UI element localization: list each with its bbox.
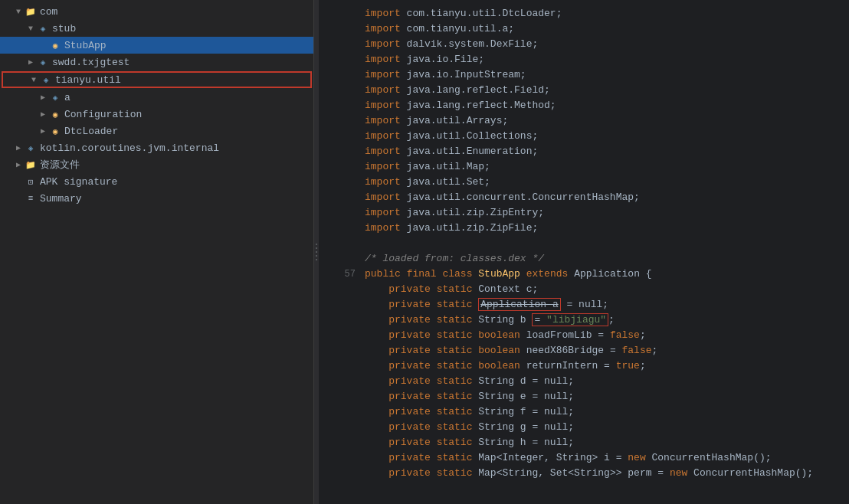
code-line-2: import com.tianyu.util.a; (319, 21, 849, 37)
summary-icon: ≡ (25, 192, 37, 205)
arrow-stub (25, 22, 37, 34)
code-line-str-e: private static String e = null; (319, 389, 849, 404)
class-icon-stubapp: ◉ (49, 39, 61, 51)
arrow-kotlin (12, 142, 25, 154)
code-line-7: import java.lang.reflect.Method; (319, 98, 849, 113)
line-content-1: import com.tianyu.util.DtcLoader; (365, 6, 843, 21)
code-content: import com.tianyu.util.DtcLoader; import… (319, 0, 849, 487)
label-stubapp: StubApp (64, 40, 107, 51)
apk-icon: ⊡ (25, 175, 37, 188)
line-content-57: public final class StubApp extends Appli… (365, 267, 843, 282)
code-line-bool3: private static boolean returnIntern = tr… (319, 358, 849, 374)
label-stub: stub (52, 23, 76, 34)
tree-item-apk-signature[interactable]: ⊡ APK signature (0, 173, 313, 190)
file-tree: 📁 com ◈ stub ◉ StubApp ◈ swdd.txjgtest ◈… (0, 0, 313, 504)
line-content-str-d: private static String d = null; (365, 374, 843, 389)
code-line-11: import java.util.Map; (319, 159, 849, 175)
arrow-tianyu (28, 74, 40, 86)
line-content-comment: /* loaded from: classes.dex */ (365, 251, 843, 267)
line-content-str-b: private static String b = "libjiagu"; (365, 313, 843, 328)
class-icon-configuration: ◉ (49, 108, 61, 120)
line-content-5: import java.io.InputStream; (365, 67, 843, 83)
line-content-str-e: private static String e = null; (365, 389, 843, 404)
code-line-14: import java.util.zip.ZipEntry; (319, 205, 849, 221)
package-icon-tianyu: ◈ (40, 74, 52, 86)
line-content-bool2: private static boolean needX86Bridge = f… (365, 343, 843, 358)
line-content-2: import com.tianyu.util.a; (365, 21, 843, 37)
line-content-bool1: private static boolean loadFromLib = fal… (365, 328, 843, 343)
line-content-8: import java.util.Arrays; (365, 113, 843, 129)
code-line-6: import java.lang.reflect.Field; (319, 83, 849, 98)
line-content-13: import java.util.concurrent.ConcurrentHa… (365, 190, 843, 205)
arrow-configuration (37, 108, 49, 120)
tree-item-com[interactable]: 📁 com (0, 3, 313, 20)
line-content-map-i: private static Map<Integer, String> i = … (365, 450, 843, 466)
folder-icon-com: 📁 (25, 5, 37, 18)
line-num-57: 57 (325, 267, 356, 282)
tree-item-stubapp[interactable]: ◉ StubApp (0, 37, 313, 54)
code-line-4: import java.io.File; (319, 52, 849, 67)
line-content-str-h: private static String h = null; (365, 435, 843, 450)
code-line-bool2: private static boolean needX86Bridge = f… (319, 343, 849, 358)
code-line-3: import dalvik.system.DexFile; (319, 37, 849, 52)
code-line-10: import java.util.Enumeration; (319, 144, 849, 159)
arrow-resources (12, 159, 25, 171)
label-apk-signature: APK signature (40, 176, 117, 188)
code-line-bool1: private static boolean loadFromLib = fal… (319, 328, 849, 343)
line-content-9: import java.util.Collections; (365, 129, 843, 144)
line-content-12: import java.util.Set; (365, 175, 843, 190)
tree-item-resources[interactable]: 📁 资源文件 (0, 156, 313, 173)
code-line-9: import java.util.Collections; (319, 129, 849, 144)
label-kotlin: kotlin.coroutines.jvm.internal (40, 142, 219, 154)
label-dtcloader: DtcLoader (64, 126, 118, 137)
line-content-7: import java.lang.reflect.Method; (365, 98, 843, 113)
code-line-str-g: private static String g = null; (319, 420, 849, 435)
code-line-str-h: private static String h = null; (319, 435, 849, 450)
label-swdd: swdd.txjgtest (52, 57, 129, 68)
tree-item-tianyu[interactable]: ◈ tianyu.util (2, 71, 312, 88)
arrow-a (37, 91, 49, 103)
tree-item-a[interactable]: ◈ a (0, 89, 313, 106)
code-line-str-b: private static String b = "libjiagu"; (319, 313, 849, 328)
code-panel: import com.tianyu.util.DtcLoader; import… (319, 0, 849, 504)
line-content-map-perm: private static Map<String, Set<String>> … (365, 466, 843, 481)
line-content-app-a: private static Application a = null; (365, 297, 843, 313)
code-line-empty (319, 236, 849, 251)
code-line-5: import java.io.InputStream; (319, 67, 849, 83)
tree-item-swdd[interactable]: ◈ swdd.txjgtest (0, 54, 313, 70)
file-tree-panel: 📁 com ◈ stub ◉ StubApp ◈ swdd.txjgtest ◈… (0, 0, 314, 504)
code-line-app-a: private static Application a = null; (319, 297, 849, 313)
label-resources: 资源文件 (40, 158, 80, 172)
code-line-ctx: private static Context c; (319, 282, 849, 297)
tree-item-configuration[interactable]: ◉ Configuration (0, 106, 313, 123)
code-line-map-i: private static Map<Integer, String> i = … (319, 450, 849, 466)
label-summary: Summary (40, 193, 82, 205)
tree-item-dtcloader[interactable]: ◉ DtcLoader (0, 123, 313, 139)
line-content-11: import java.util.Map; (365, 159, 843, 175)
line-content-3: import dalvik.system.DexFile; (365, 37, 843, 52)
code-line-13: import java.util.concurrent.ConcurrentHa… (319, 190, 849, 205)
code-line-15: import java.util.zip.ZipFile; (319, 221, 849, 236)
code-line-map-perm: private static Map<String, Set<String>> … (319, 466, 849, 481)
tree-item-summary[interactable]: ≡ Summary (0, 190, 313, 207)
line-content-14: import java.util.zip.ZipEntry; (365, 205, 843, 221)
code-line-12: import java.util.Set; (319, 175, 849, 190)
label-tianyu: tianyu.util (55, 74, 121, 86)
package-icon-a: ◈ (49, 91, 61, 103)
package-icon-kotlin: ◈ (25, 142, 37, 154)
line-content-ctx: private static Context c; (365, 282, 843, 297)
line-content-str-f: private static String f = null; (365, 404, 843, 420)
arrow-com (12, 5, 25, 18)
code-line-1: import com.tianyu.util.DtcLoader; (319, 6, 849, 21)
code-line-comment: /* loaded from: classes.dex */ (319, 251, 849, 267)
line-content-15: import java.util.zip.ZipFile; (365, 221, 843, 236)
application-word: Application (574, 268, 640, 280)
code-line-str-f: private static String f = null; (319, 404, 849, 420)
package-icon-swdd: ◈ (37, 56, 49, 68)
code-line-57: 57 public final class StubApp extends Ap… (319, 267, 849, 282)
tree-item-kotlin[interactable]: ◈ kotlin.coroutines.jvm.internal (0, 139, 313, 156)
label-configuration: Configuration (64, 109, 142, 120)
line-content-6: import java.lang.reflect.Field; (365, 83, 843, 98)
tree-item-stub[interactable]: ◈ stub (0, 20, 313, 37)
arrow-dtcloader (37, 125, 49, 137)
